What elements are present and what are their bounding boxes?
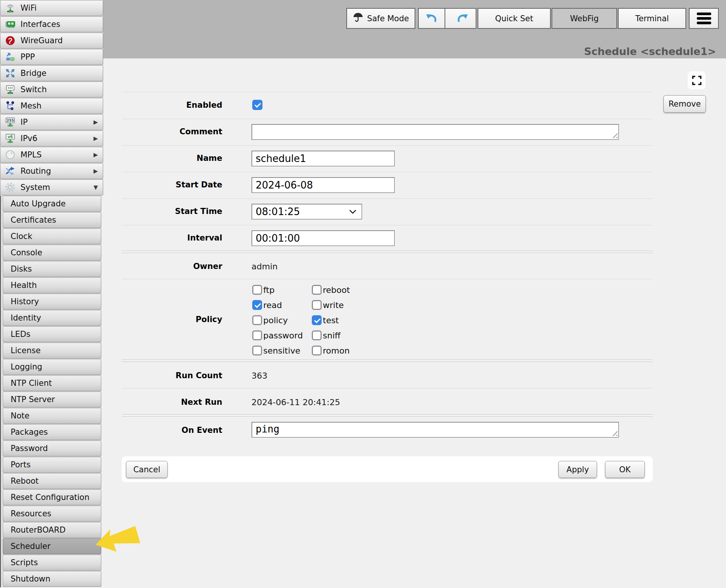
sidebar-item-wireguard[interactable]: WireGuard (0, 33, 103, 49)
sidebar-item-system[interactable]: System ▼ (0, 179, 103, 195)
checkbox-reboot[interactable] (312, 285, 322, 295)
sidebar-item-interfaces[interactable]: Interfaces (0, 16, 103, 32)
redo-button[interactable] (449, 9, 476, 28)
hamburger-menu-button[interactable] (689, 8, 719, 29)
policy-option-write[interactable]: write (312, 300, 350, 310)
redo-icon (456, 12, 469, 25)
policy-option-romon[interactable]: romon (312, 346, 350, 355)
sidebar-item-mesh[interactable]: Mesh (0, 98, 103, 114)
remove-button[interactable]: Remove (663, 95, 706, 113)
policy-option-sniff[interactable]: sniff (312, 330, 350, 340)
sidebar-item-leds[interactable]: LEDs (3, 326, 101, 342)
mpls-icon (4, 149, 16, 161)
bridge-icon (4, 67, 16, 79)
undo-button[interactable] (419, 9, 445, 28)
page-title: Schedule <schedule1> (584, 46, 716, 57)
fullscreen-button[interactable] (688, 71, 706, 89)
owner-label: Owner (108, 262, 222, 271)
sidebar-item-console[interactable]: Console (3, 245, 101, 261)
sidebar-item-disks[interactable]: Disks (3, 261, 101, 277)
checkbox-read[interactable] (252, 300, 262, 310)
checkbox-password[interactable] (252, 330, 262, 340)
sidebar-item-routing[interactable]: Routing ▶ (0, 163, 103, 179)
cancel-button[interactable]: Cancel (126, 461, 168, 478)
chevron-down-icon (349, 209, 357, 214)
sidebar-item-license[interactable]: License (3, 343, 101, 358)
sidebar-item-switch[interactable]: Switch (0, 82, 103, 97)
sidebar-item-health[interactable]: Health (3, 277, 101, 293)
sidebar-item-reset-configuration[interactable]: Reset Configuration (3, 489, 101, 505)
sidebar-item-note[interactable]: Note (3, 408, 101, 424)
policy-option-policy[interactable]: policy (252, 315, 303, 325)
checkbox-test[interactable] (312, 315, 322, 325)
chevron-right-icon: ▶ (93, 168, 98, 175)
sidebar-item-auto-upgrade[interactable]: Auto Upgrade (3, 196, 101, 212)
svg-text:v6: v6 (8, 134, 13, 139)
checkbox-write[interactable] (312, 300, 322, 310)
comment-field[interactable] (251, 124, 619, 140)
sidebar-item-certificates[interactable]: Certificates (3, 212, 101, 228)
sidebar-item-scheduler[interactable]: Scheduler (3, 538, 101, 554)
fullscreen-icon (691, 75, 702, 86)
run-count-label: Run Count (108, 371, 222, 380)
start-date-field[interactable] (251, 177, 395, 193)
enabled-checkbox[interactable] (252, 100, 262, 110)
policy-option-reboot[interactable]: reboot (312, 285, 350, 295)
sidebar-item-ipv6[interactable]: v6 IPv6 ▶ (0, 130, 103, 146)
checkbox-sensitive[interactable] (252, 346, 262, 355)
start-time-select[interactable]: 08:01:25 (251, 204, 362, 220)
sidebar-item-history[interactable]: History (3, 294, 101, 310)
checkbox-label: password (263, 331, 303, 340)
sidebar-item-wifi[interactable]: WiFi (0, 0, 103, 16)
sidebar-item-identity[interactable]: Identity (3, 310, 101, 326)
checkbox-label: romon (323, 346, 350, 355)
interval-label: Interval (108, 233, 222, 242)
policy-option-test[interactable]: test (312, 315, 350, 325)
name-field[interactable] (251, 151, 395, 167)
interval-field[interactable] (251, 230, 395, 246)
sidebar-item-routerboard[interactable]: RouterBOARD (3, 522, 101, 538)
checkbox-label: policy (263, 316, 288, 325)
tab-terminal[interactable]: Terminal (618, 8, 686, 29)
run-count-value: 363 (251, 371, 267, 380)
policy-option-ftp[interactable]: ftp (252, 285, 303, 295)
on-event-label: On Event (108, 426, 222, 435)
sidebar-item-resources[interactable]: Resources (3, 506, 101, 522)
sidebar-item-shutdown[interactable]: Shutdown (3, 571, 101, 587)
sidebar-item-ntp-client[interactable]: NTP Client (3, 375, 101, 391)
sidebar-item-clock[interactable]: Clock (3, 228, 101, 244)
chevron-right-icon: ▶ (93, 135, 98, 142)
policy-column-2: rebootwritetestsniffromon (312, 285, 350, 361)
sidebar-item-packages[interactable]: Packages (3, 424, 101, 440)
checkbox-ftp[interactable] (252, 285, 262, 295)
sidebar-item-ports[interactable]: Ports (3, 457, 101, 473)
sidebar-item-ip[interactable]: 255 IP ▶ (0, 114, 103, 130)
sidebar-item-ntp-server[interactable]: NTP Server (3, 391, 101, 407)
safe-mode-button[interactable]: Safe Mode (346, 8, 415, 29)
checkbox-sniff[interactable] (312, 330, 322, 340)
sidebar-item-bridge[interactable]: Bridge (0, 65, 103, 81)
comment-label: Comment (108, 127, 222, 136)
chevron-right-icon: ▶ (93, 119, 98, 126)
tab-quick-set[interactable]: Quick Set (478, 8, 551, 29)
sidebar-item-logging[interactable]: Logging (3, 359, 101, 375)
checkbox-policy[interactable] (252, 315, 262, 325)
ppp-icon (4, 51, 16, 63)
on-event-field[interactable]: ping (251, 422, 619, 438)
checkbox-romon[interactable] (312, 346, 322, 355)
apply-button[interactable]: Apply (558, 461, 597, 478)
sidebar-item-ppp[interactable]: PPP (0, 49, 103, 65)
sidebar-item-scripts[interactable]: Scripts (3, 555, 101, 571)
undo-redo-group (418, 8, 476, 29)
divider (122, 225, 653, 225)
sidebar-item-password[interactable]: Password (3, 440, 101, 456)
policy-option-sensitive[interactable]: sensitive (252, 346, 303, 355)
ip-icon: 255 (4, 116, 16, 128)
ok-button[interactable]: OK (605, 461, 645, 478)
policy-option-read[interactable]: read (252, 300, 303, 310)
policy-option-password[interactable]: password (252, 330, 303, 340)
comment-field-wrap (251, 124, 619, 140)
sidebar-item-mpls[interactable]: MPLS ▶ (0, 147, 103, 163)
sidebar-item-reboot[interactable]: Reboot (3, 473, 101, 489)
tab-webfig[interactable]: WebFig (552, 8, 617, 29)
